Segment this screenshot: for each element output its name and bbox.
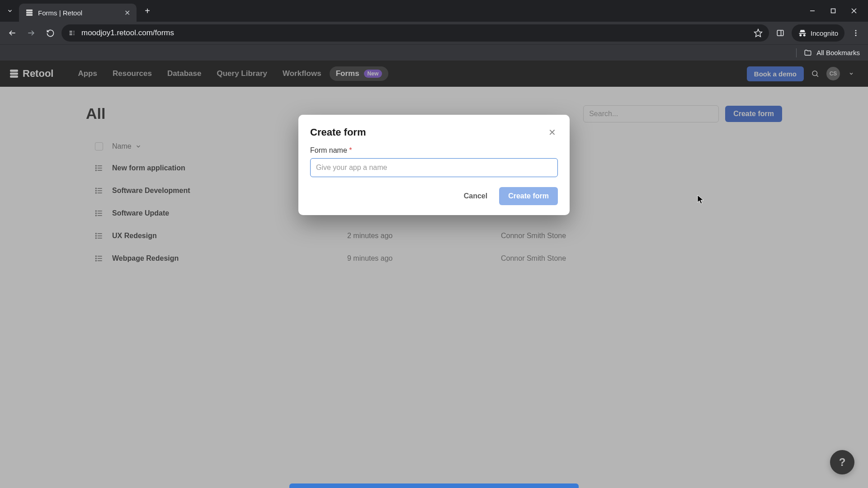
retool-favicon-icon xyxy=(25,9,33,17)
chrome-menu-icon[interactable] xyxy=(848,25,863,41)
new-tab-button[interactable]: + xyxy=(141,6,154,16)
svg-rect-16 xyxy=(777,30,783,36)
tab-close-icon[interactable]: ✕ xyxy=(124,9,130,17)
nav-reload-icon[interactable] xyxy=(42,25,58,41)
form-name-label-text: Form name xyxy=(310,146,347,154)
browser-tab[interactable]: Forms | Retool ✕ xyxy=(19,4,137,22)
create-form-submit-button[interactable]: Create form xyxy=(499,187,558,205)
required-indicator: * xyxy=(349,146,352,154)
side-panel-icon[interactable] xyxy=(773,25,788,41)
modal-title: Create form xyxy=(310,127,546,138)
modal-close-icon[interactable]: ✕ xyxy=(546,127,558,138)
nav-back-icon[interactable] xyxy=(5,25,20,41)
svg-point-18 xyxy=(855,30,857,31)
svg-rect-2 xyxy=(26,14,33,16)
site-info-icon[interactable] xyxy=(68,29,76,37)
nav-forward-icon[interactable] xyxy=(24,25,39,41)
svg-point-20 xyxy=(855,35,857,36)
incognito-icon xyxy=(798,28,807,38)
browser-toolbar: moodjoy1.retool.com/forms Incognito xyxy=(0,22,868,44)
incognito-label: Incognito xyxy=(811,29,838,37)
svg-rect-4 xyxy=(831,9,835,13)
window-maximize-icon[interactable] xyxy=(823,2,844,20)
bottom-hint-bar xyxy=(289,483,579,488)
svg-rect-0 xyxy=(26,9,33,11)
svg-point-19 xyxy=(855,33,857,34)
address-bar[interactable]: moodjoy1.retool.com/forms xyxy=(61,24,769,42)
svg-marker-15 xyxy=(755,29,762,37)
form-name-label: Form name * xyxy=(310,146,558,155)
incognito-indicator[interactable]: Incognito xyxy=(792,24,844,42)
viewport: Retool Apps Resources Database Query Lib… xyxy=(0,61,868,488)
browser-tab-strip: Forms | Retool ✕ + xyxy=(0,0,868,22)
url-text: moodjoy1.retool.com/forms xyxy=(81,28,748,38)
window-minimize-icon[interactable] xyxy=(802,2,823,20)
bookmark-star-icon[interactable] xyxy=(754,28,763,38)
folder-icon xyxy=(804,49,812,57)
form-name-input[interactable] xyxy=(310,158,558,177)
tab-title: Forms | Retool xyxy=(38,9,120,17)
window-close-icon[interactable] xyxy=(844,2,864,20)
tab-search-dropdown[interactable] xyxy=(4,5,16,17)
bookmarks-bar: All Bookmarks xyxy=(0,44,868,61)
cancel-button[interactable]: Cancel xyxy=(460,188,491,205)
create-form-modal: Create form ✕ Form name * Cancel Create … xyxy=(298,115,570,215)
all-bookmarks-link[interactable]: All Bookmarks xyxy=(816,49,860,56)
svg-rect-1 xyxy=(26,12,33,14)
